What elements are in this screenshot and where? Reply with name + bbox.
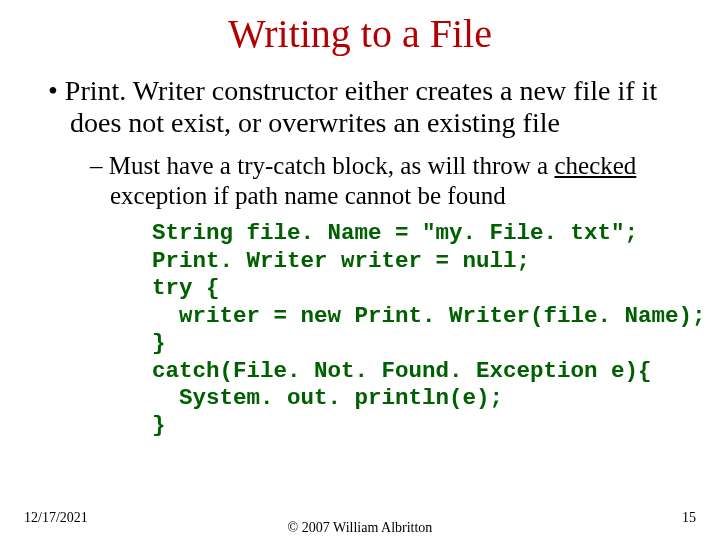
bullet2-text-post: exception if path name cannot be found — [110, 182, 506, 209]
slide-body: Print. Writer constructor either creates… — [0, 75, 720, 440]
bullet-level-1: Print. Writer constructor either creates… — [36, 75, 684, 139]
footer-page-number: 15 — [682, 510, 696, 526]
footer-copyright: © 2007 William Albritton — [0, 520, 720, 536]
code-block: String file. Name = "my. File. txt"; Pri… — [36, 220, 684, 440]
bullet-level-2: Must have a try-catch block, as will thr… — [36, 151, 684, 210]
slide-title: Writing to a File — [0, 10, 720, 57]
bullet2-text-pre: Must have a try-catch block, as will thr… — [109, 152, 555, 179]
bullet2-text-underlined: checked — [554, 152, 636, 179]
slide: Writing to a File Print. Writer construc… — [0, 10, 720, 540]
